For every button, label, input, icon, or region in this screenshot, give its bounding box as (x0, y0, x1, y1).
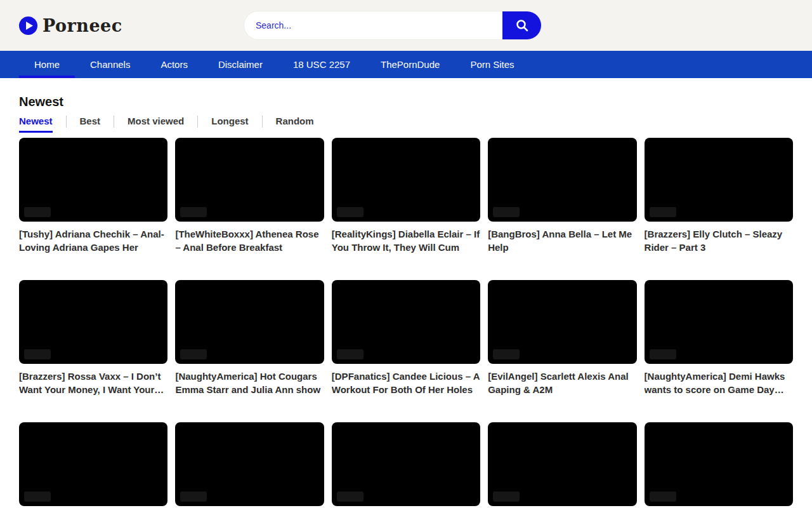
search-form (244, 11, 541, 39)
page-title: Newest (19, 94, 793, 109)
video-thumbnail[interactable] (332, 422, 480, 506)
video-card[interactable] (175, 422, 324, 508)
video-thumbnail[interactable] (19, 422, 167, 506)
tab-divider (66, 116, 67, 128)
video-title[interactable]: [BangBros] Anna Bella – Let Me Help (488, 227, 636, 254)
tab-divider (262, 116, 263, 128)
video-thumbnail[interactable] (19, 138, 167, 222)
duration-badge (180, 491, 207, 502)
magnifier-icon (515, 18, 529, 32)
video-thumbnail[interactable] (488, 422, 636, 506)
video-thumbnail[interactable] (645, 422, 793, 506)
video-card[interactable]: [RealityKings] Diabella Eclair – If You … (332, 138, 480, 254)
tab-newest[interactable]: Newest (19, 116, 53, 133)
duration-badge (24, 207, 51, 217)
video-card[interactable]: [EvilAngel] Scarlett Alexis Anal Gaping … (488, 280, 636, 396)
video-title[interactable]: [DPFanatics] Candee Licious – A Workout … (332, 370, 480, 396)
duration-badge (650, 491, 676, 502)
video-card[interactable]: [TheWhiteBoxxx] Athenea Rose – Anal Befo… (175, 138, 324, 254)
main-nav: Home Channels Actors Disclaimer 18 USC 2… (0, 51, 812, 78)
video-title[interactable]: [EvilAngel] Scarlett Alexis Anal Gaping … (488, 370, 636, 396)
video-title[interactable]: [Brazzers] Rossa Vaxx – I Don’t Want You… (19, 370, 167, 396)
video-thumbnail[interactable] (332, 138, 480, 222)
nav-item-label: ThePornDude (381, 59, 440, 70)
video-thumbnail[interactable] (175, 422, 324, 506)
logo-text: Porneec (43, 16, 122, 36)
video-card[interactable]: [BangBros] Anna Bella – Let Me Help (488, 138, 636, 254)
tab-best[interactable]: Best (80, 116, 101, 133)
video-card[interactable]: [NaughtyAmerica] Demi Hawks wants to sco… (645, 280, 793, 396)
video-card[interactable] (645, 422, 793, 508)
video-card[interactable]: [DPFanatics] Candee Licious – A Workout … (332, 280, 480, 396)
site-logo[interactable]: Porneec (19, 0, 122, 51)
video-thumbnail[interactable] (645, 138, 793, 222)
site-header: Porneec (0, 0, 812, 51)
video-title[interactable]: [RealityKings] Diabella Eclair – If You … (332, 227, 480, 254)
video-card[interactable] (19, 422, 167, 508)
video-thumbnail[interactable] (645, 280, 793, 364)
tab-most-viewed[interactable]: Most viewed (128, 116, 184, 133)
video-card[interactable]: [Brazzers] Rossa Vaxx – I Don’t Want You… (19, 280, 167, 396)
duration-badge (24, 349, 51, 359)
tab-divider (114, 116, 114, 128)
nav-item-porn-sites[interactable]: Porn Sites (455, 51, 529, 78)
video-card[interactable] (488, 422, 636, 508)
video-title[interactable]: [NaughtyAmerica] Hot Cougars Emma Starr … (175, 370, 324, 396)
duration-badge (337, 491, 363, 502)
video-title[interactable]: [Tushy] Adriana Chechik – Anal-Loving Ad… (19, 227, 167, 254)
video-thumbnail[interactable] (488, 138, 636, 222)
tab-random[interactable]: Random (276, 116, 314, 133)
nav-item-label: Porn Sites (470, 59, 514, 70)
nav-item-label: Home (34, 59, 60, 70)
search-input[interactable] (244, 11, 502, 39)
nav-item-18-usc-2257[interactable]: 18 USC 2257 (278, 51, 365, 78)
video-thumbnail[interactable] (175, 280, 324, 364)
duration-badge (24, 491, 51, 502)
main-content: Newest Newest Best Most viewed Longest R… (0, 94, 812, 508)
tab-divider (197, 116, 198, 128)
nav-item-label: 18 USC 2257 (293, 59, 350, 70)
video-thumbnail[interactable] (488, 280, 636, 364)
duration-badge (650, 349, 676, 359)
video-title[interactable]: [TheWhiteBoxxx] Athenea Rose – Anal Befo… (175, 227, 324, 254)
video-thumbnail[interactable] (175, 138, 324, 222)
video-title[interactable]: [NaughtyAmerica] Demi Hawks wants to sco… (645, 370, 793, 396)
video-thumbnail[interactable] (19, 280, 167, 364)
video-thumbnail[interactable] (332, 280, 480, 364)
video-card[interactable]: [Brazzers] Elly Clutch – Sleazy Rider – … (645, 138, 793, 254)
tab-longest[interactable]: Longest (211, 116, 248, 133)
sort-tabs: Newest Best Most viewed Longest Random (19, 116, 793, 133)
nav-item-theporndude[interactable]: ThePornDude (365, 51, 455, 78)
nav-item-disclaimer[interactable]: Disclaimer (203, 51, 278, 78)
nav-item-channels[interactable]: Channels (75, 51, 145, 78)
nav-item-label: Disclaimer (218, 59, 263, 70)
duration-badge (650, 207, 676, 217)
duration-badge (493, 491, 520, 502)
video-card[interactable] (332, 422, 480, 508)
nav-item-actors[interactable]: Actors (145, 51, 203, 78)
search-button[interactable] (502, 11, 541, 39)
video-card[interactable]: [Tushy] Adriana Chechik – Anal-Loving Ad… (19, 138, 167, 254)
duration-badge (493, 207, 520, 217)
duration-badge (337, 207, 363, 217)
play-icon (19, 17, 37, 35)
video-grid: [Tushy] Adriana Chechik – Anal-Loving Ad… (19, 138, 793, 508)
duration-badge (493, 349, 520, 359)
duration-badge (180, 207, 207, 217)
video-title[interactable]: [Brazzers] Elly Clutch – Sleazy Rider – … (645, 227, 793, 254)
nav-item-label: Channels (90, 59, 130, 70)
duration-badge (337, 349, 363, 359)
video-card[interactable]: [NaughtyAmerica] Hot Cougars Emma Starr … (175, 280, 324, 396)
nav-item-label: Actors (160, 59, 188, 70)
nav-item-home[interactable]: Home (19, 51, 75, 78)
duration-badge (180, 349, 207, 359)
